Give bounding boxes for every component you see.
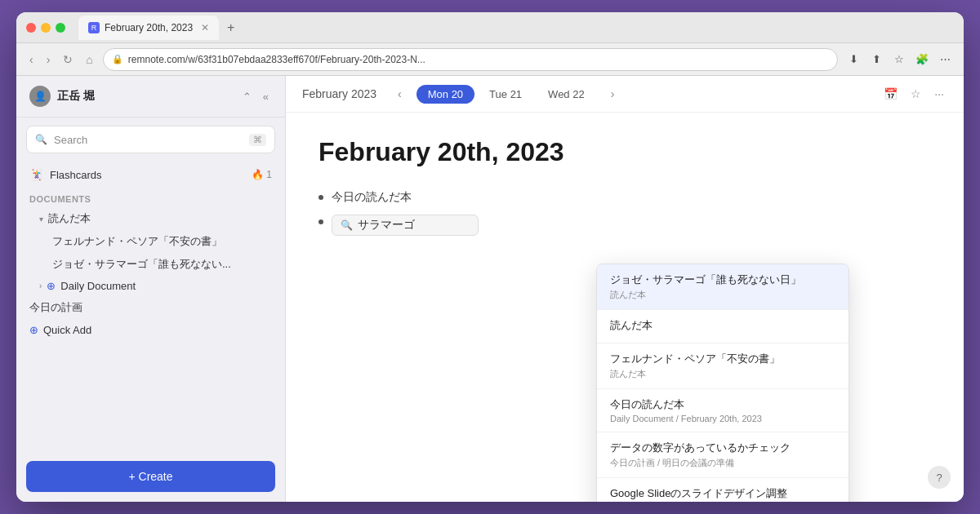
- search-label: Search: [54, 134, 243, 146]
- lock-icon: 🔒: [112, 54, 123, 64]
- toolbar-right: 📅 ☆ ···: [880, 84, 947, 104]
- inline-search-value: サラマーゴ: [358, 218, 415, 233]
- dropdown-item-sub: 読んだ本: [610, 289, 835, 301]
- active-tab[interactable]: R February 20th, 2023 ✕: [78, 16, 219, 40]
- main-content: February 2023 ‹ Mon 20 Tue 21 Wed 22 › 📅…: [286, 76, 964, 502]
- day-tab-mon20[interactable]: Mon 20: [416, 85, 474, 104]
- search-box[interactable]: 🔍 Search ⌘: [26, 126, 275, 153]
- browser-window: R February 20th, 2023 ✕ + ‹ › ↻ ⌂ 🔒 remn…: [16, 12, 964, 502]
- address-bar[interactable]: 🔒 remnote.com/w/63f31b07ebdaa2833eff670f…: [103, 48, 838, 71]
- page-title: February 20th, 2023: [318, 137, 931, 167]
- doc-label: 今日の計画: [29, 300, 82, 315]
- sidebar: 👤 正岳 堀 ⌃ « 🔍 Search ⌘ 🃏 Flashcards 🔥 1 D…: [16, 76, 286, 502]
- doc-label: 読んだ本: [48, 211, 91, 226]
- doc-label: ジョゼ・サラマーゴ「誰も死なない...: [52, 257, 231, 272]
- quick-add-label: Quick Add: [43, 324, 91, 336]
- sidebar-item-flashcards[interactable]: 🃏 Flashcards 🔥 1: [16, 162, 285, 188]
- dropdown-item[interactable]: 読んだ本: [597, 310, 849, 343]
- extensions-icon[interactable]: 🧩: [913, 51, 931, 69]
- tab-bar: R February 20th, 2023 ✕ +: [78, 16, 954, 40]
- doc-item-yonda-hon[interactable]: ▾ 読んだ本: [16, 207, 285, 230]
- search-inline-icon: 🔍: [341, 219, 353, 231]
- tab-favicon: R: [88, 22, 100, 33]
- calendar-icon[interactable]: 📅: [880, 84, 901, 104]
- new-tab-icon[interactable]: +: [222, 20, 239, 35]
- tab-title: February 20th, 2023: [105, 22, 193, 33]
- doc-item-daily[interactable]: › ⊕ Daily Document: [16, 276, 285, 296]
- sidebar-header: 👤 正岳 堀 ⌃ «: [16, 76, 285, 117]
- doc-label: Daily Document: [60, 280, 136, 292]
- dropdown-item-sub: Daily Document / February 20th, 2023: [610, 414, 835, 423]
- maximize-traffic-light[interactable]: [56, 23, 65, 33]
- doc-item-pessoa[interactable]: フェルナンド・ペソア「不安の書」: [16, 230, 285, 253]
- sidebar-footer: + Create: [16, 451, 285, 502]
- dropdown-item-title: 読んだ本: [610, 318, 835, 333]
- bullet-text: 今日の読んだ本: [332, 190, 412, 205]
- plus-circle-icon: ⊕: [47, 280, 56, 292]
- bookmark-icon[interactable]: ☆: [890, 51, 908, 69]
- day-tab-tue21[interactable]: Tue 21: [478, 85, 533, 104]
- dropdown-item-title: データの数字があっているかチェック: [610, 441, 835, 455]
- star-icon[interactable]: ☆: [907, 84, 924, 104]
- dropdown-item-title: 今日の読んだ本: [610, 397, 835, 412]
- forward-button[interactable]: ›: [43, 50, 54, 69]
- dropdown-item[interactable]: フェルナンド・ペソア「不安の書」 読んだ本: [597, 343, 849, 389]
- day-tabs: Mon 20 Tue 21 Wed 22: [416, 85, 596, 104]
- chevron-down-icon: ▾: [39, 215, 43, 224]
- menu-icon[interactable]: ⋯: [936, 51, 954, 69]
- content-toolbar: February 2023 ‹ Mon 20 Tue 21 Wed 22 › 📅…: [286, 76, 964, 113]
- dropdown-item-title: ジョゼ・サラマーゴ「誰も死なない日」: [610, 273, 835, 287]
- quick-add-icon: ⊕: [29, 324, 38, 336]
- home-button[interactable]: ⌂: [82, 50, 96, 69]
- traffic-lights: [26, 23, 65, 33]
- next-day-arrow[interactable]: ›: [606, 85, 620, 103]
- collapse-sidebar-icon[interactable]: «: [260, 89, 272, 104]
- dropdown-item[interactable]: 今日の読んだ本 Daily Document / February 20th, …: [597, 389, 849, 432]
- url-text: remnote.com/w/63f31b07ebdaa2833eff670f/F…: [128, 54, 425, 65]
- documents-section-label: DOCUMENTS: [16, 188, 285, 207]
- dropdown-item-title: Google Slideのスライドデザイン調整: [610, 486, 835, 501]
- doc-item-saramago[interactable]: ジョゼ・サラマーゴ「誰も死なない...: [16, 253, 285, 276]
- chevron-right-icon: ›: [39, 281, 42, 290]
- back-button[interactable]: ‹: [26, 50, 37, 69]
- help-button[interactable]: ?: [928, 466, 951, 489]
- minimize-traffic-light[interactable]: [41, 23, 51, 33]
- dropdown-item-sub: 今日の計画 / 明日の会議の準備: [610, 457, 835, 469]
- more-icon[interactable]: ···: [931, 84, 947, 104]
- flashcards-badge: 🔥 1: [252, 169, 272, 180]
- bullet-list: 今日の読んだ本 🔍 サラマーゴ: [318, 190, 931, 236]
- app-container: 👤 正岳 堀 ⌃ « 🔍 Search ⌘ 🃏 Flashcards 🔥 1 D…: [16, 76, 964, 502]
- dropdown-item-sub: 読んだ本: [610, 368, 835, 380]
- day-tab-wed22[interactable]: Wed 22: [537, 85, 596, 104]
- flashcard-icon: 🃏: [29, 168, 43, 181]
- search-dropdown: ジョゼ・サラマーゴ「誰も死なない日」 読んだ本 読んだ本 フェルナンド・ペソア「…: [596, 264, 849, 502]
- avatar: 👤: [29, 86, 51, 107]
- month-label: February 2023: [302, 87, 376, 100]
- flashcards-label: Flashcards: [50, 169, 102, 181]
- doc-label: フェルナンド・ペソア「不安の書」: [52, 234, 222, 249]
- expand-icon[interactable]: ⌃: [239, 89, 255, 104]
- dropdown-item[interactable]: ジョゼ・サラマーゴ「誰も死なない日」 読んだ本: [597, 264, 849, 310]
- close-traffic-light[interactable]: [26, 23, 36, 33]
- share-icon[interactable]: ⬆: [867, 51, 885, 69]
- inline-search-box[interactable]: 🔍 サラマーゴ: [332, 215, 479, 236]
- browser-nav: ‹ › ↻ ⌂ 🔒 remnote.com/w/63f31b07ebdaa283…: [16, 43, 964, 76]
- bullet-dot: [318, 219, 323, 224]
- dropdown-item[interactable]: データの数字があっているかチェック 今日の計画 / 明日の会議の準備: [597, 432, 849, 478]
- bullet-dot: [318, 195, 323, 200]
- sidebar-header-icons: ⌃ «: [239, 89, 272, 104]
- nav-actions: ⬇ ⬆ ☆ 🧩 ⋯: [844, 51, 954, 69]
- content-body: February 20th, 2023 今日の読んだ本 🔍 サラマーゴ: [286, 113, 964, 502]
- dropdown-item[interactable]: Google Slideのスライドデザイン調整 今日の計画 / 明日の会議の準備: [597, 478, 849, 502]
- search-icon: 🔍: [35, 134, 47, 145]
- prev-day-arrow[interactable]: ‹: [393, 85, 407, 103]
- list-item-search: 🔍 サラマーゴ: [318, 215, 931, 236]
- quick-add-item[interactable]: ⊕ Quick Add: [16, 319, 285, 341]
- reload-button[interactable]: ↻: [60, 50, 76, 69]
- browser-titlebar: R February 20th, 2023 ✕ +: [16, 12, 964, 43]
- download-icon[interactable]: ⬇: [844, 51, 862, 69]
- tab-close-icon[interactable]: ✕: [201, 22, 209, 33]
- list-item: 今日の読んだ本: [318, 190, 931, 205]
- doc-item-today-plan[interactable]: 今日の計画: [16, 296, 285, 319]
- create-button[interactable]: + Create: [26, 461, 275, 492]
